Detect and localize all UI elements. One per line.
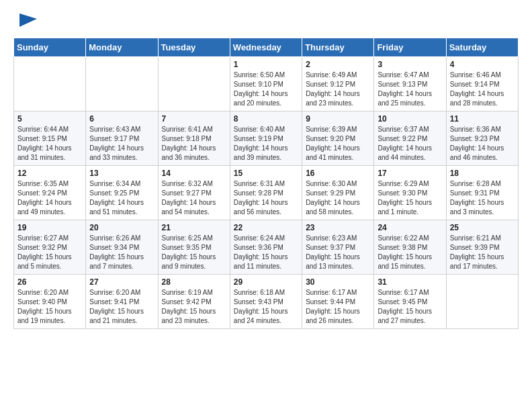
calendar-cell: 7Sunrise: 6:41 AM Sunset: 9:18 PM Daylig… [158, 111, 230, 166]
day-number: 14 [162, 169, 226, 178]
day-info: Sunrise: 6:28 AM Sunset: 9:31 PM Dayligh… [450, 179, 515, 217]
day-number: 6 [89, 114, 154, 124]
calendar-cell: 13Sunrise: 6:34 AM Sunset: 9:25 PM Dayli… [86, 166, 158, 220]
day-number: 8 [234, 114, 298, 124]
calendar-cell: 23Sunrise: 6:23 AM Sunset: 9:37 PM Dayli… [302, 220, 374, 275]
day-info: Sunrise: 6:35 AM Sunset: 9:24 PM Dayligh… [17, 179, 82, 217]
day-info: Sunrise: 6:46 AM Sunset: 9:14 PM Dayligh… [450, 71, 515, 108]
day-info: Sunrise: 6:21 AM Sunset: 9:39 PM Dayligh… [450, 234, 515, 271]
calendar-cell: 18Sunrise: 6:28 AM Sunset: 9:31 PM Dayli… [446, 166, 518, 220]
day-number: 12 [17, 169, 82, 178]
svg-marker-0 [19, 13, 37, 27]
calendar-cell: 17Sunrise: 6:29 AM Sunset: 9:30 PM Dayli… [374, 166, 446, 220]
calendar-week-5: 26Sunrise: 6:20 AM Sunset: 9:40 PM Dayli… [14, 275, 519, 329]
weekday-header-sunday: Sunday [14, 38, 86, 57]
calendar-cell: 25Sunrise: 6:21 AM Sunset: 9:39 PM Dayli… [446, 220, 518, 275]
calendar-cell: 21Sunrise: 6:25 AM Sunset: 9:35 PM Dayli… [158, 220, 230, 275]
day-number: 13 [89, 169, 154, 178]
day-info: Sunrise: 6:36 AM Sunset: 9:23 PM Dayligh… [450, 125, 515, 163]
calendar-cell [14, 57, 86, 111]
day-number: 24 [378, 223, 442, 232]
calendar-cell [86, 57, 158, 111]
day-info: Sunrise: 6:17 AM Sunset: 9:45 PM Dayligh… [378, 288, 442, 326]
calendar-week-1: 1Sunrise: 6:50 AM Sunset: 9:10 PM Daylig… [14, 57, 519, 111]
day-number: 23 [306, 223, 370, 232]
day-number: 11 [450, 114, 515, 124]
day-info: Sunrise: 6:30 AM Sunset: 9:29 PM Dayligh… [306, 179, 370, 217]
calendar-week-4: 19Sunrise: 6:27 AM Sunset: 9:32 PM Dayli… [14, 220, 519, 275]
day-info: Sunrise: 6:25 AM Sunset: 9:35 PM Dayligh… [162, 234, 226, 271]
calendar-cell: 24Sunrise: 6:22 AM Sunset: 9:38 PM Dayli… [374, 220, 446, 275]
day-info: Sunrise: 6:43 AM Sunset: 9:17 PM Dayligh… [89, 125, 154, 163]
day-info: Sunrise: 6:29 AM Sunset: 9:30 PM Dayligh… [378, 179, 442, 217]
day-number: 21 [162, 223, 226, 232]
calendar-cell [158, 57, 230, 111]
calendar-cell: 26Sunrise: 6:20 AM Sunset: 9:40 PM Dayli… [14, 275, 86, 329]
calendar-cell: 9Sunrise: 6:39 AM Sunset: 9:20 PM Daylig… [302, 111, 374, 166]
calendar-cell: 3Sunrise: 6:47 AM Sunset: 9:13 PM Daylig… [374, 57, 446, 111]
day-number: 9 [306, 114, 370, 124]
weekday-header-tuesday: Tuesday [158, 38, 230, 57]
calendar-cell: 2Sunrise: 6:49 AM Sunset: 9:12 PM Daylig… [302, 57, 374, 111]
calendar-cell: 31Sunrise: 6:17 AM Sunset: 9:45 PM Dayli… [374, 275, 446, 329]
day-number: 26 [17, 277, 82, 287]
calendar-cell: 10Sunrise: 6:37 AM Sunset: 9:22 PM Dayli… [374, 111, 446, 166]
day-info: Sunrise: 6:18 AM Sunset: 9:43 PM Dayligh… [234, 288, 298, 326]
weekday-header-saturday: Saturday [446, 38, 518, 57]
calendar-cell: 28Sunrise: 6:19 AM Sunset: 9:42 PM Dayli… [158, 275, 230, 329]
logo [16, 12, 38, 31]
day-info: Sunrise: 6:24 AM Sunset: 9:36 PM Dayligh… [234, 234, 298, 271]
calendar-cell [446, 275, 518, 329]
day-number: 25 [450, 223, 515, 232]
day-number: 4 [450, 60, 515, 69]
day-info: Sunrise: 6:32 AM Sunset: 9:27 PM Dayligh… [162, 179, 226, 217]
calendar-cell: 1Sunrise: 6:50 AM Sunset: 9:10 PM Daylig… [230, 57, 302, 111]
day-info: Sunrise: 6:37 AM Sunset: 9:22 PM Dayligh… [378, 125, 442, 163]
weekday-header-monday: Monday [86, 38, 158, 57]
day-info: Sunrise: 6:41 AM Sunset: 9:18 PM Dayligh… [162, 125, 226, 163]
day-number: 29 [234, 277, 298, 287]
calendar-cell: 4Sunrise: 6:46 AM Sunset: 9:14 PM Daylig… [446, 57, 518, 111]
day-info: Sunrise: 6:49 AM Sunset: 9:12 PM Dayligh… [306, 71, 370, 108]
calendar-cell: 16Sunrise: 6:30 AM Sunset: 9:29 PM Dayli… [302, 166, 374, 220]
day-info: Sunrise: 6:50 AM Sunset: 9:10 PM Dayligh… [234, 71, 298, 108]
day-number: 18 [450, 169, 515, 178]
day-number: 10 [378, 114, 442, 124]
day-info: Sunrise: 6:31 AM Sunset: 9:28 PM Dayligh… [234, 179, 298, 217]
weekday-header-row: SundayMondayTuesdayWednesdayThursdayFrid… [14, 38, 519, 57]
day-info: Sunrise: 6:47 AM Sunset: 9:13 PM Dayligh… [378, 71, 442, 108]
day-info: Sunrise: 6:23 AM Sunset: 9:37 PM Dayligh… [306, 234, 370, 271]
day-number: 22 [234, 223, 298, 232]
day-info: Sunrise: 6:17 AM Sunset: 9:44 PM Dayligh… [306, 288, 370, 326]
weekday-header-wednesday: Wednesday [230, 38, 302, 57]
calendar-cell: 29Sunrise: 6:18 AM Sunset: 9:43 PM Dayli… [230, 275, 302, 329]
day-info: Sunrise: 6:20 AM Sunset: 9:41 PM Dayligh… [89, 288, 154, 326]
day-number: 3 [378, 60, 442, 69]
calendar-table: SundayMondayTuesdayWednesdayThursdayFrid… [13, 38, 519, 329]
day-info: Sunrise: 6:44 AM Sunset: 9:15 PM Dayligh… [17, 125, 82, 163]
calendar-cell: 27Sunrise: 6:20 AM Sunset: 9:41 PM Dayli… [86, 275, 158, 329]
day-info: Sunrise: 6:34 AM Sunset: 9:25 PM Dayligh… [89, 179, 154, 217]
day-number: 17 [378, 169, 442, 178]
day-number: 1 [234, 60, 298, 69]
logo-icon [18, 12, 38, 32]
day-info: Sunrise: 6:22 AM Sunset: 9:38 PM Dayligh… [378, 234, 442, 271]
calendar-cell: 14Sunrise: 6:32 AM Sunset: 9:27 PM Dayli… [158, 166, 230, 220]
day-number: 15 [234, 169, 298, 178]
page-header [0, 0, 532, 38]
day-info: Sunrise: 6:19 AM Sunset: 9:42 PM Dayligh… [162, 288, 226, 326]
day-number: 19 [17, 223, 82, 232]
day-number: 20 [89, 223, 154, 232]
calendar-cell: 15Sunrise: 6:31 AM Sunset: 9:28 PM Dayli… [230, 166, 302, 220]
calendar-wrapper: SundayMondayTuesdayWednesdayThursdayFrid… [0, 38, 532, 338]
day-info: Sunrise: 6:27 AM Sunset: 9:32 PM Dayligh… [17, 234, 82, 271]
calendar-cell: 30Sunrise: 6:17 AM Sunset: 9:44 PM Dayli… [302, 275, 374, 329]
day-info: Sunrise: 6:26 AM Sunset: 9:34 PM Dayligh… [89, 234, 154, 271]
weekday-header-thursday: Thursday [302, 38, 374, 57]
day-number: 31 [378, 277, 442, 287]
day-number: 2 [306, 60, 370, 69]
calendar-cell: 19Sunrise: 6:27 AM Sunset: 9:32 PM Dayli… [14, 220, 86, 275]
day-number: 27 [89, 277, 154, 287]
calendar-cell: 20Sunrise: 6:26 AM Sunset: 9:34 PM Dayli… [86, 220, 158, 275]
day-info: Sunrise: 6:20 AM Sunset: 9:40 PM Dayligh… [17, 288, 82, 326]
